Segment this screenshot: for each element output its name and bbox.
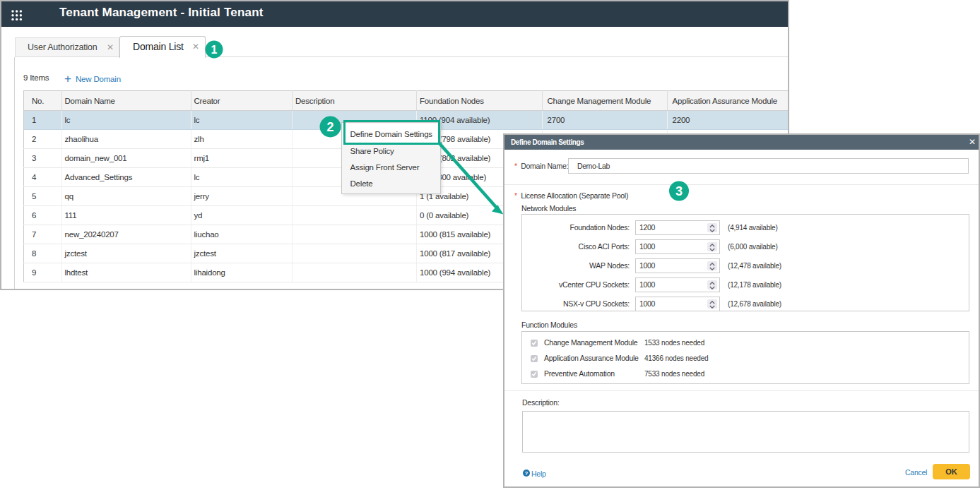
svg-text:?: ?: [525, 470, 529, 476]
